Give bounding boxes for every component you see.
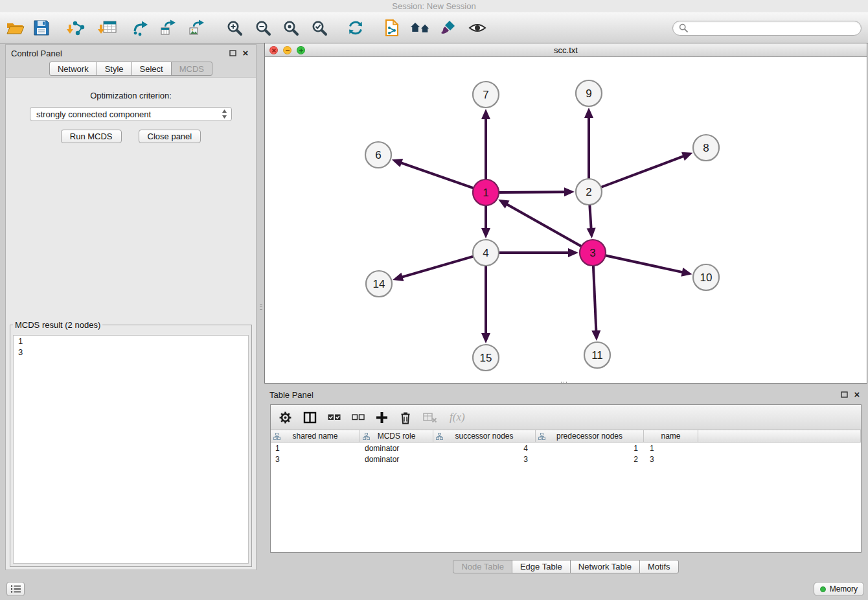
refresh-view-button[interactable] bbox=[345, 16, 366, 40]
cell-shared-name[interactable]: 3 bbox=[271, 454, 360, 465]
graph-edge-3-1[interactable] bbox=[506, 204, 581, 247]
column-type-icon bbox=[436, 433, 443, 440]
deselect-all-columns-button[interactable] bbox=[352, 414, 365, 421]
column-header-name[interactable]: name bbox=[644, 430, 698, 442]
table-row[interactable]: 1 dominator 4 1 1 bbox=[271, 443, 861, 454]
paint-brush-icon bbox=[440, 19, 457, 36]
column-header-mcds-role[interactable]: MCDS role bbox=[360, 430, 433, 442]
home-icon bbox=[410, 20, 431, 36]
search-input[interactable] bbox=[691, 23, 855, 33]
create-column-button[interactable] bbox=[376, 411, 388, 424]
tab-node-table[interactable]: Node Table bbox=[453, 560, 512, 573]
zoom-in-button[interactable] bbox=[224, 16, 245, 40]
mcds-result-list[interactable]: 1 3 bbox=[13, 335, 249, 564]
cell-predecessor-nodes[interactable]: 1 bbox=[536, 443, 644, 454]
mcds-result-box: MCDS result (2 nodes) 1 3 bbox=[10, 320, 252, 567]
control-panel-header: Control Panel × bbox=[6, 45, 256, 62]
open-file-button[interactable] bbox=[5, 16, 26, 40]
network-canvas[interactable]: 7968124314101511 bbox=[265, 57, 867, 383]
function-builder-button[interactable]: f(x) bbox=[450, 411, 465, 424]
window-close-button[interactable] bbox=[269, 46, 278, 54]
zoom-fit-button[interactable] bbox=[280, 16, 301, 40]
close-panel-button[interactable]: Close panel bbox=[139, 130, 201, 143]
table-settings-button[interactable] bbox=[279, 411, 292, 424]
graph-edge-3-11[interactable] bbox=[593, 266, 597, 332]
tab-select[interactable]: Select bbox=[131, 62, 172, 76]
mcds-result-item[interactable]: 1 bbox=[14, 336, 248, 347]
open-folder-icon bbox=[6, 20, 25, 36]
close-panel-icon[interactable]: × bbox=[852, 389, 862, 400]
run-mcds-button[interactable]: Run MCDS bbox=[61, 130, 122, 143]
graph-edge-3-10[interactable] bbox=[606, 255, 683, 272]
cell-shared-name[interactable]: 1 bbox=[271, 443, 360, 454]
cell-mcds-role[interactable]: dominator bbox=[360, 454, 433, 465]
vertical-splitter-handle[interactable] bbox=[259, 295, 263, 318]
graph-node-label-11: 11 bbox=[591, 349, 603, 362]
cell-mcds-role[interactable]: dominator bbox=[360, 443, 433, 454]
column-label: shared name bbox=[292, 432, 337, 441]
cell-name[interactable]: 1 bbox=[644, 443, 698, 454]
share-document-button[interactable] bbox=[382, 16, 402, 40]
graph-edge-2-3[interactable] bbox=[589, 205, 591, 229]
show-columns-button[interactable] bbox=[303, 411, 317, 424]
graph-edge-arrowhead bbox=[392, 159, 403, 167]
table-row[interactable]: 3 dominator 3 2 3 bbox=[271, 454, 861, 465]
column-header-shared-name[interactable]: shared name bbox=[271, 430, 360, 442]
export-image-button[interactable] bbox=[187, 16, 208, 40]
horizontal-splitter-handle[interactable] bbox=[557, 381, 570, 385]
tab-edge-table[interactable]: Edge Table bbox=[512, 560, 571, 573]
network-window-title: scc.txt bbox=[554, 45, 578, 55]
network-window-titlebar[interactable]: scc.txt bbox=[265, 43, 867, 57]
export-network-button[interactable] bbox=[131, 16, 152, 40]
refresh-icon bbox=[347, 19, 364, 36]
graph-node-label-14: 14 bbox=[373, 278, 385, 290]
zoom-selected-button[interactable] bbox=[309, 16, 330, 40]
float-panel-icon[interactable] bbox=[227, 48, 238, 58]
float-panel-icon[interactable] bbox=[839, 389, 849, 400]
close-panel-icon[interactable]: × bbox=[240, 48, 251, 58]
graph-edge-4-14[interactable] bbox=[402, 257, 474, 277]
tab-network-table[interactable]: Network Table bbox=[570, 560, 640, 573]
delete-column-button[interactable] bbox=[399, 411, 412, 424]
column-header-predecessor-nodes[interactable]: predecessor nodes bbox=[536, 430, 644, 442]
graph-edge-arrowhead bbox=[481, 109, 490, 119]
minimize-icon bbox=[285, 48, 290, 53]
window-zoom-button[interactable] bbox=[297, 46, 305, 54]
mcds-result-title: MCDS result (2 nodes) bbox=[13, 320, 102, 330]
search-box[interactable] bbox=[672, 21, 862, 36]
graph-edge-arrowhead bbox=[681, 268, 692, 277]
show-hide-button[interactable] bbox=[467, 16, 488, 40]
delete-table-button[interactable] bbox=[423, 412, 437, 423]
save-session-button[interactable] bbox=[31, 16, 52, 40]
tab-motifs[interactable]: Motifs bbox=[639, 560, 679, 573]
window-minimize-button[interactable] bbox=[283, 46, 291, 54]
network-window: scc.txt 7968124314101511 bbox=[264, 43, 867, 384]
graph-edge-1-2[interactable] bbox=[499, 192, 565, 192]
column-header-successor-nodes[interactable]: successor nodes bbox=[433, 430, 536, 442]
panel-menu-button[interactable] bbox=[6, 582, 25, 596]
import-table-button[interactable] bbox=[97, 16, 118, 40]
import-network-button[interactable] bbox=[66, 16, 87, 40]
tab-style[interactable]: Style bbox=[97, 62, 132, 76]
apply-style-button[interactable] bbox=[438, 16, 459, 40]
cell-predecessor-nodes[interactable]: 2 bbox=[536, 454, 644, 465]
save-icon bbox=[33, 19, 50, 36]
export-table-button[interactable] bbox=[159, 16, 179, 40]
graph-edge-2-8[interactable] bbox=[601, 156, 685, 187]
cell-successor-nodes[interactable]: 4 bbox=[433, 443, 536, 454]
memory-button[interactable]: Memory bbox=[814, 582, 864, 596]
graph-edge-arrowhead bbox=[591, 330, 600, 341]
zoom-out-button[interactable] bbox=[253, 16, 273, 40]
select-all-columns-button[interactable] bbox=[328, 414, 341, 421]
network-graph[interactable]: 7968124314101511 bbox=[265, 57, 867, 383]
node-table-frame: f(x) shared name bbox=[270, 404, 862, 553]
cell-successor-nodes[interactable]: 3 bbox=[433, 454, 536, 465]
tab-mcds[interactable]: MCDS bbox=[171, 62, 212, 76]
tab-network[interactable]: Network bbox=[49, 62, 97, 76]
home-button[interactable] bbox=[410, 16, 431, 40]
graph-edge-1-6[interactable] bbox=[400, 163, 474, 189]
graph-node-label-7: 7 bbox=[483, 89, 488, 101]
cell-name[interactable]: 3 bbox=[644, 454, 698, 465]
mcds-result-item[interactable]: 3 bbox=[14, 347, 248, 358]
criterion-dropdown[interactable]: strongly connected component bbox=[30, 107, 232, 121]
